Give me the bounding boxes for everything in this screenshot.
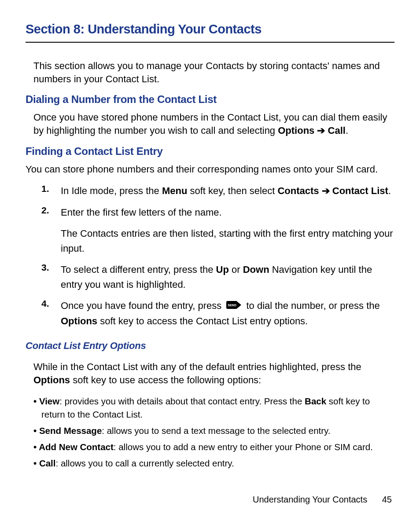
option-label: Send Message — [39, 426, 102, 436]
step1-mid: soft key, then select — [187, 185, 277, 196]
step2-text: Enter the first few letters of the name. — [61, 207, 222, 218]
step4-pre: Once you have found the entry, press — [61, 300, 224, 311]
step-3: 3. To select a different entry, press th… — [41, 262, 394, 292]
option-add-new-contact: Add New Contact: allows you to add a new… — [33, 440, 394, 454]
step-1: 1. In Idle mode, press the Menu soft key… — [41, 183, 394, 198]
option-label: Call — [39, 458, 56, 468]
finding-heading: Finding a Contact List Entry — [26, 145, 394, 158]
dialing-heading: Dialing a Number from the Contact List — [26, 93, 394, 106]
back-label: Back — [305, 396, 326, 406]
step-number: 4. — [41, 298, 61, 329]
menu-label: Menu — [162, 185, 187, 196]
step-content: Once you have found the entry, press SEN… — [61, 298, 394, 329]
period: . — [346, 125, 348, 136]
page-footer: Understanding Your Contacts 45 — [26, 495, 394, 505]
step-number: 3. — [41, 262, 61, 292]
option-view: View: provides you with details about th… — [33, 395, 394, 422]
step-4: 4. Once you have found the entry, press … — [41, 298, 394, 329]
options-label: Options — [278, 125, 314, 136]
option-text: : allows you to send a text message to t… — [102, 426, 330, 436]
step-number: 2. — [41, 205, 61, 256]
finding-intro: You can store phone numbers and their co… — [26, 163, 394, 176]
page-number: 45 — [382, 495, 392, 504]
step-content: Enter the first few letters of the name.… — [61, 205, 394, 256]
option-text: : allows you to call a currently selecte… — [55, 458, 234, 468]
step4-post: soft key to access the Contact List entr… — [97, 316, 308, 327]
contact-list-label: Contact List — [332, 185, 388, 196]
option-label: View — [39, 396, 59, 406]
options-label: Options — [33, 374, 70, 385]
options-label: Options — [61, 316, 97, 327]
step-content: To select a different entry, press the U… — [61, 262, 394, 292]
option-label: Add New Contact — [39, 442, 114, 452]
step3-pre: To select a different entry, press the — [61, 264, 216, 275]
options-list: View: provides you with details about th… — [33, 395, 394, 470]
step-2: 2. Enter the first few letters of the na… — [41, 205, 394, 256]
step1-pre: In Idle mode, press the — [61, 185, 162, 196]
arrow-icon: ➔ — [314, 125, 328, 136]
step4-mid: to dial the number, or press the — [243, 300, 379, 311]
option-call: Call: allows you to call a currently sel… — [33, 457, 394, 470]
options-intro-post: soft key to use access the following opt… — [70, 374, 261, 385]
down-label: Down — [243, 264, 269, 275]
arrow-icon: ➔ — [319, 185, 332, 196]
dialing-body: Once you have stored phone numbers in th… — [33, 111, 394, 137]
options-intro-pre: While in the Contact List with any of th… — [33, 361, 361, 372]
send-icon: SEND — [226, 299, 242, 314]
contacts-label: Contacts — [277, 185, 319, 196]
option-text: : provides you with details about that c… — [59, 396, 305, 406]
step1-post: . — [388, 185, 391, 196]
option-text: : allows you to add a new entry to eithe… — [114, 442, 373, 452]
svg-text:SEND: SEND — [228, 304, 236, 307]
step-number: 1. — [41, 183, 61, 198]
option-send-message: Send Message: allows you to send a text … — [33, 424, 394, 438]
section-heading: Section 8: Understanding Your Contacts — [26, 22, 394, 43]
step2-sub: The Contacts entries are then listed, st… — [61, 226, 394, 256]
footer-title: Understanding Your Contacts — [253, 495, 367, 504]
section-intro: This section allows you to manage your C… — [33, 59, 394, 85]
call-label: Call — [328, 125, 346, 136]
options-heading: Contact List Entry Options — [26, 340, 394, 352]
options-intro: While in the Contact List with any of th… — [33, 360, 394, 386]
step-content: In Idle mode, press the Menu soft key, t… — [61, 183, 394, 198]
finding-steps: 1. In Idle mode, press the Menu soft key… — [41, 183, 394, 329]
up-label: Up — [216, 264, 229, 275]
step3-mid1: or — [229, 264, 243, 275]
